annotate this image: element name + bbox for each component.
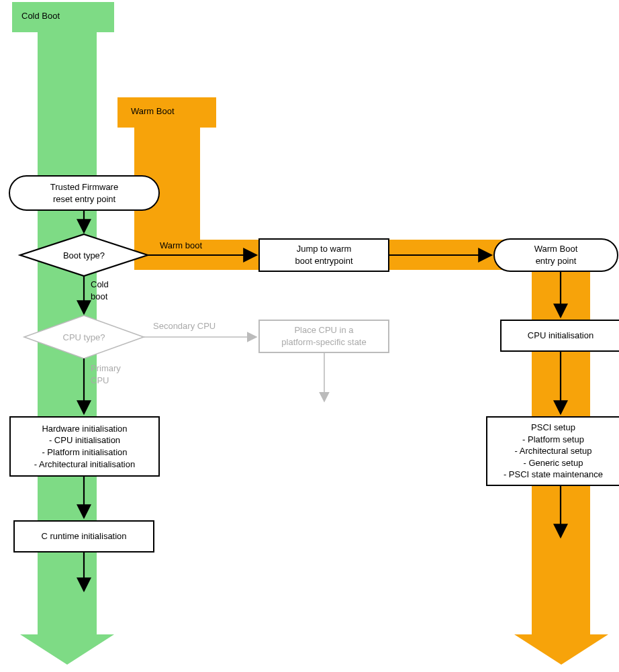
place-cpu-node: Place CPU in a platform-specific state [258,320,389,353]
reset-entry-node: Trusted Firmware reset entry point [9,175,160,211]
cpu-type-label: CPU type? [55,332,113,344]
reset-entry-label: Trusted Firmware reset entry point [50,181,118,205]
cpu-init-node: CPU initialisation [500,320,619,352]
jump-warm-node: Jump to warm boot entrypoint [258,238,389,272]
cold-boot-edge-label: Cold boot [91,279,109,302]
hw-init-node: Hardware initialisation - CPU initialisa… [9,416,160,477]
hw-init-label: Hardware initialisation - CPU initialisa… [34,423,135,470]
primary-cpu-edge-label: Primary CPU [91,363,121,386]
jump-warm-label: Jump to warm boot entrypoint [295,243,352,267]
warm-boot-banner: Warm Boot [131,105,175,117]
cpu-init-label: CPU initialisation [528,330,593,342]
boot-type-label: Boot type? [55,250,113,262]
secondary-cpu-edge-label: Secondary CPU [153,320,216,332]
c-runtime-label: C runtime initialisation [41,530,126,542]
cold-boot-banner: Cold Boot [21,10,60,22]
psci-label: PSCI setup - Platform setup - Architectu… [504,422,603,481]
c-runtime-node: C runtime initialisation [13,520,154,553]
warm-boot-edge-label: Warm boot [160,240,202,252]
warm-entry-label: Warm Boot entry point [534,243,578,267]
place-cpu-label: Place CPU in a platform-specific state [281,324,366,348]
warm-entry-node: Warm Boot entry point [493,238,618,272]
psci-node: PSCI setup - Platform setup - Architectu… [486,416,619,486]
